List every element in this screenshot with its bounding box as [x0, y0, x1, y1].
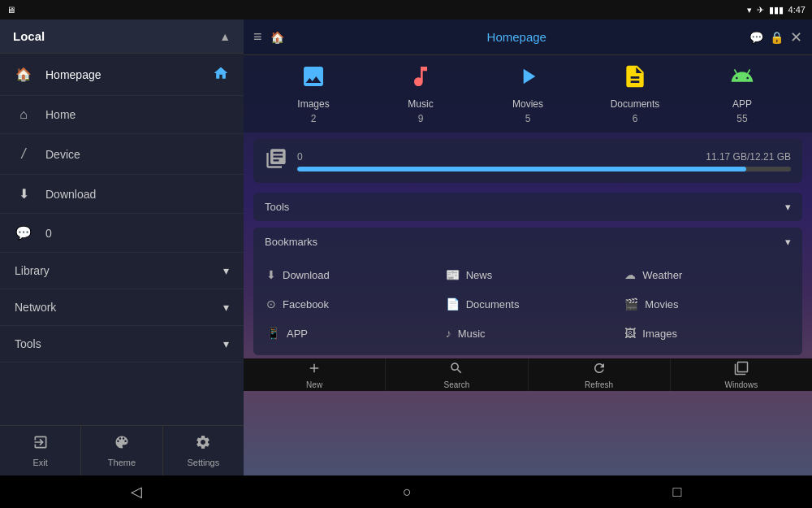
sidebar-local-label: Local [13, 29, 45, 43]
bookmark-news[interactable]: 📰 News [439, 261, 617, 289]
bookmarks-chevron-icon: ▾ [785, 236, 791, 248]
back-button[interactable]: ◁ [114, 478, 158, 506]
bookmarks-label: Bookmarks [265, 236, 317, 248]
sidebar-bottom-bar: Exit Theme Settings [0, 425, 244, 475]
bookmark-weather-icon: ☁ [624, 268, 636, 281]
sidebar-library-label: Library [15, 264, 50, 277]
storage-device-icon [265, 147, 287, 175]
new-button[interactable]: New [244, 358, 386, 391]
topbar-icon2: 🔒 [770, 31, 784, 44]
documents-label: Documents [611, 98, 660, 110]
storage-total: 11.17 GB/12.21 GB [706, 151, 791, 163]
category-grid: Images 2 Music 9 Movies 5 [244, 55, 812, 132]
images-label: Images [297, 98, 329, 110]
new-label: New [306, 380, 322, 389]
apps-label: APP [732, 98, 752, 110]
music-label: Music [408, 98, 433, 110]
bookmark-weather[interactable]: ☁ Weather [618, 261, 796, 289]
tools-header[interactable]: Tools ▾ [253, 193, 802, 221]
sidebar-item-download[interactable]: ⬇ Download [0, 175, 244, 214]
topbar-icon1: 💬 [749, 31, 763, 44]
refresh-icon [592, 361, 607, 379]
exit-button[interactable]: Exit [0, 426, 81, 475]
device-icon: / [15, 145, 32, 163]
bookmarks-header[interactable]: Bookmarks ▾ [253, 228, 802, 256]
battery-icon: ▮▮▮ [769, 5, 784, 15]
home-icon: 🏠 [15, 67, 32, 82]
screen-icon: 🖥 [6, 5, 15, 15]
apps-count: 55 [736, 113, 747, 124]
new-icon [307, 361, 322, 379]
close-button[interactable]: ✕ [790, 28, 802, 46]
refresh-label: Refresh [585, 380, 613, 389]
menu-icon[interactable]: ≡ [253, 28, 262, 46]
status-right: ▾ ✈ ▮▮▮ 4:47 [747, 5, 806, 15]
bookmark-download[interactable]: ⬇ Download [260, 261, 438, 289]
storage-section: 0 11.17 GB/12.21 GB [253, 139, 802, 183]
theme-button[interactable]: Theme [81, 426, 162, 475]
tools-section: Tools ▾ [253, 193, 802, 221]
recents-button[interactable]: □ [656, 479, 698, 506]
search-button[interactable]: Search [386, 358, 528, 391]
theme-label: Theme [108, 458, 136, 467]
settings-icon [195, 434, 211, 454]
sidebar-tools-label: Tools [15, 337, 41, 350]
bookmark-images-icon: 🖼 [624, 327, 636, 340]
tools-chevron-icon: ▾ [785, 201, 791, 213]
refresh-button[interactable]: Refresh [529, 358, 671, 391]
library-chevron-icon: ▾ [223, 264, 229, 277]
bookmark-music-icon: ♪ [446, 327, 451, 340]
sidebar-section-network[interactable]: Network ▾ [0, 289, 244, 326]
bookmark-app[interactable]: 📱 APP [260, 319, 438, 347]
category-music[interactable]: Music 9 [388, 63, 453, 124]
category-documents[interactable]: Documents 6 [603, 63, 667, 124]
documents-count: 6 [633, 113, 638, 124]
sidebar-header[interactable]: Local ▲ [0, 20, 244, 54]
sidebar-item-home[interactable]: ⌂ Home [0, 96, 244, 134]
bookmark-facebook[interactable]: ⊙ Facebook [260, 290, 438, 318]
windows-icon [734, 361, 749, 379]
bookmark-news-label: News [466, 269, 493, 281]
windows-button[interactable]: Windows [671, 358, 812, 391]
top-bar: ≡ 🏠 Homepage 💬 🔒 ✕ [244, 20, 812, 55]
search-icon [449, 361, 464, 379]
bookmarks-section: Bookmarks ▾ ⬇ Download 📰 News ☁ Weather … [253, 228, 802, 355]
message-icon: 💬 [15, 225, 32, 241]
bookmark-app-label: APP [287, 328, 308, 340]
category-apps[interactable]: APP 55 [710, 63, 775, 124]
top-bar-right: 💬 🔒 ✕ [749, 28, 802, 46]
bookmark-images-label: Images [642, 328, 677, 340]
storage-used: 0 [297, 151, 303, 163]
sidebar-section-library[interactable]: Library ▾ [0, 253, 244, 289]
sidebar-section-tools[interactable]: Tools ▾ [0, 326, 244, 363]
bookmark-images[interactable]: 🖼 Images [618, 319, 796, 347]
bookmark-movies[interactable]: 🎬 Movies [618, 290, 796, 318]
search-label: Search [444, 380, 470, 389]
storage-bar-bg [297, 167, 791, 172]
sidebar-item-device[interactable]: / Device [0, 134, 244, 175]
sidebar-homepage-label: Homepage [45, 68, 102, 81]
category-images[interactable]: Images 2 [281, 63, 346, 124]
exit-label: Exit [32, 458, 47, 467]
sidebar-network-label: Network [15, 301, 56, 314]
bookmark-documents[interactable]: 📄 Documents [439, 290, 617, 318]
category-movies[interactable]: Movies 5 [495, 63, 560, 124]
apps-icon [729, 63, 755, 95]
storage-info: 0 11.17 GB/12.21 GB [297, 151, 791, 172]
sidebar-item-counter[interactable]: 💬 0 [0, 214, 244, 253]
bookmark-music[interactable]: ♪ Music [439, 319, 617, 347]
bookmark-movies-icon: 🎬 [624, 297, 638, 310]
bookmarks-grid: ⬇ Download 📰 News ☁ Weather ⊙ Facebook 📄 [253, 256, 802, 355]
sidebar: Local ▲ 🏠 Homepage ⌂ Home / Device ⬇ Dow… [0, 20, 244, 475]
sidebar-item-homepage[interactable]: 🏠 Homepage [0, 54, 244, 96]
settings-label: Settings [187, 458, 219, 467]
sidebar-download-label: Download [45, 188, 96, 201]
home-breadcrumb-icon: 🏠 [270, 31, 284, 44]
images-count: 2 [311, 113, 317, 124]
movies-icon [515, 63, 541, 95]
settings-button[interactable]: Settings [163, 426, 244, 475]
bookmark-facebook-icon: ⊙ [266, 297, 276, 310]
home-button[interactable]: ○ [387, 479, 428, 506]
bookmark-app-icon: 📱 [266, 327, 280, 340]
music-icon [408, 63, 434, 95]
